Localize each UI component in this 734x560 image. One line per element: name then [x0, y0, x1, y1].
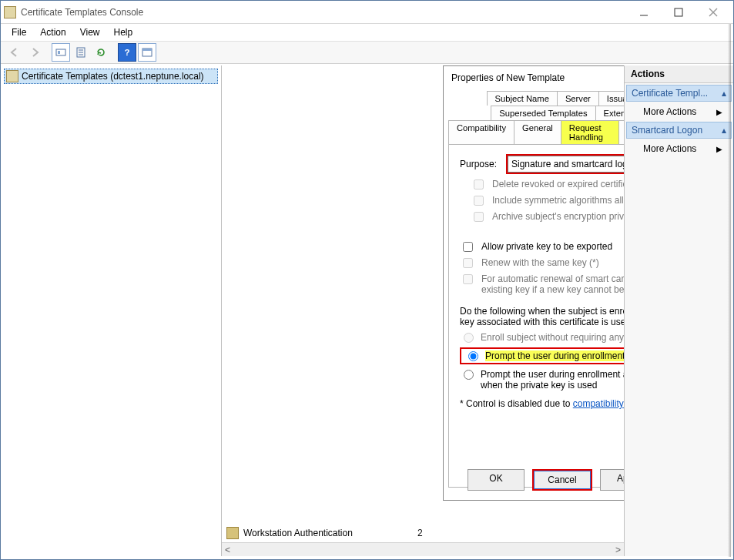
enrollment-question: Do the following when the subject is enr… — [460, 306, 624, 327]
tree-pane: Certificate Templates (dctest1.neptune.l… — [1, 65, 222, 556]
purpose-combobox[interactable]: Signature and smartcard logon ▾ — [508, 156, 624, 173]
tab-general[interactable]: General — [514, 120, 561, 144]
app-icon — [4, 6, 16, 18]
menu-help[interactable]: Help — [108, 25, 139, 39]
apply-button[interactable]: Apply — [600, 469, 624, 491]
close-button[interactable] — [695, 2, 730, 23]
chk-symmetric — [474, 196, 484, 206]
compatibility-settings-link[interactable]: compatibility settings. — [573, 398, 624, 409]
ok-button[interactable]: OK — [468, 469, 525, 491]
svg-rect-1 — [675, 8, 682, 16]
chk-allow-export-label: Allow private key to be exported — [481, 241, 612, 252]
tab-compatibility[interactable]: Compatibility — [448, 120, 514, 144]
chk-delete-revoked — [474, 179, 484, 189]
purpose-value: Signature and smartcard logon — [511, 159, 624, 169]
refresh-icon[interactable] — [92, 43, 110, 62]
svg-rect-5 — [58, 51, 60, 54]
radio-enroll-no-input — [464, 333, 474, 343]
chk-renew-same-key — [463, 258, 473, 268]
menu-file[interactable]: File — [5, 25, 32, 39]
collapse-icon: ▴ — [722, 125, 726, 136]
toolbar-icon-1[interactable] — [52, 43, 70, 62]
horizontal-scrollbar[interactable]: < > — [222, 542, 624, 556]
window-shadow — [728, 24, 731, 557]
actions-pane: Actions Certificate Templ... ▴ More Acti… — [624, 65, 733, 556]
actions-more-2[interactable]: More Actions ▶ — [625, 140, 733, 157]
chk-auto-renewal-label: For automatic renewal of smart card cert… — [481, 273, 624, 295]
properties-dialog: Properties of New Template × Subject Nam… — [443, 65, 624, 501]
chk-symmetric-label: Include symmetric algorithms allowed by … — [492, 195, 624, 206]
purpose-label: Purpose: — [460, 159, 506, 169]
arrow-right-icon: ▶ — [716, 108, 722, 116]
back-button[interactable] — [5, 43, 24, 62]
menu-action[interactable]: Action — [34, 25, 72, 39]
scroll-right-icon[interactable]: > — [615, 545, 621, 555]
forward-button[interactable] — [25, 43, 44, 62]
collapse-icon: ▴ — [722, 88, 726, 99]
radio-prompt-enrollment-label: Prompt the user during enrollment — [485, 350, 624, 361]
actions-group-cert-templates[interactable]: Certificate Templ... ▴ — [626, 85, 732, 102]
tree-node-label: Certificate Templates (dctest1.neptune.l… — [22, 71, 204, 82]
list-row-workstation-auth[interactable]: Workstation Authentication 2 — [222, 525, 533, 541]
compat-footer-pre: * Control is disabled due to — [460, 398, 573, 409]
tab-issuance-requirements[interactable]: Issuance Requirements — [598, 91, 624, 106]
minimize-button[interactable] — [626, 2, 661, 23]
chk-allow-export[interactable] — [463, 242, 473, 252]
arrow-right-icon: ▶ — [716, 145, 722, 153]
maximize-button[interactable] — [661, 2, 695, 23]
tab-cryptography[interactable]: Cryptography — [618, 120, 624, 144]
tab-subject-name[interactable]: Subject Name — [487, 91, 558, 106]
list-cell-name: Workstation Authentication — [243, 528, 413, 538]
radio-enroll-no-input-label: Enroll subject without requiring any use… — [481, 332, 624, 343]
dialog-title: Properties of New Template — [451, 72, 565, 83]
actions-header: Actions — [625, 65, 733, 83]
help-icon[interactable]: ? — [118, 43, 136, 62]
chk-auto-renewal — [463, 274, 473, 284]
radio-prompt-always-label: Prompt the user during enrollment and re… — [481, 369, 624, 391]
list-pane: Version Intended ▲ 4.14.15.1105.0115.0Di… — [222, 65, 624, 556]
folder-icon — [6, 70, 18, 82]
chk-renew-same-key-label: Renew with the same key (*) — [481, 257, 599, 268]
svg-rect-11 — [142, 49, 152, 51]
cancel-button[interactable]: Cancel — [534, 471, 591, 489]
chk-archive — [474, 212, 484, 222]
template-icon — [226, 527, 239, 539]
list-cell-col2: 2 — [417, 528, 533, 538]
menu-view[interactable]: View — [74, 25, 106, 39]
chk-delete-revoked-label: Delete revoked or expired certificates (… — [492, 179, 624, 189]
radio-prompt-always[interactable] — [464, 370, 474, 380]
radio-prompt-enrollment[interactable] — [468, 351, 478, 361]
toolbar-icon-4[interactable] — [138, 43, 156, 62]
tab-server[interactable]: Server — [557, 91, 599, 106]
actions-more-1[interactable]: More Actions ▶ — [625, 103, 733, 120]
window-title: Certificate Templates Console — [21, 7, 626, 18]
tab-request-handling[interactable]: Request Handling — [561, 120, 619, 144]
svg-rect-4 — [56, 49, 65, 55]
scroll-left-icon[interactable]: < — [225, 545, 230, 555]
tab-superseded-templates[interactable]: Superseded Templates — [491, 106, 595, 120]
toolbar-icon-2[interactable] — [72, 43, 90, 62]
actions-group-smartcard[interactable]: Smartcard Logon ▴ — [626, 122, 732, 139]
tab-extensions[interactable]: Extensions — [595, 106, 624, 120]
chk-archive-label: Archive subject's encryption private key — [492, 211, 624, 222]
tree-node-cert-templates[interactable]: Certificate Templates (dctest1.neptune.l… — [4, 69, 218, 84]
